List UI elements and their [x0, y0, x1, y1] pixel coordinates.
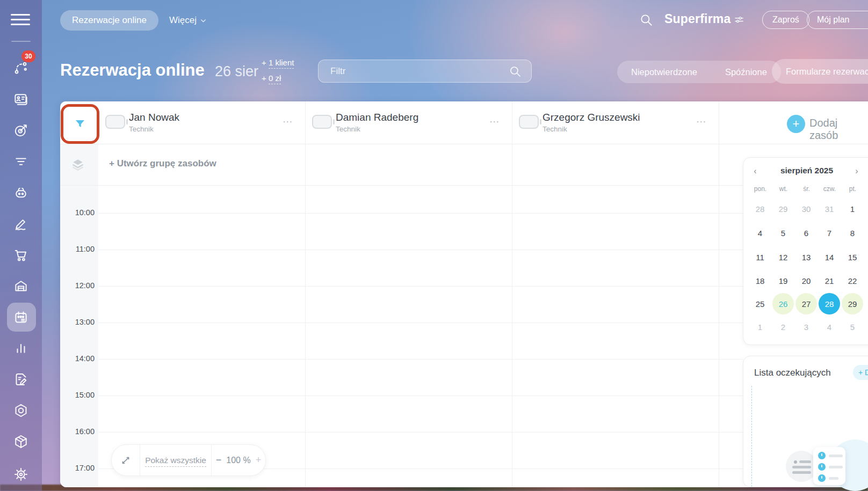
- expand-icon[interactable]: [112, 455, 140, 466]
- filter-unconfirmed-button[interactable]: Niepotwierdzone: [617, 67, 711, 77]
- sidebar-item-calendar[interactable]: [0, 303, 42, 331]
- calendar-day[interactable]: 1: [842, 198, 863, 219]
- menu-icon[interactable]: [11, 13, 31, 27]
- calendar-day[interactable]: 1: [749, 316, 771, 338]
- sidebar-item-contact-card[interactable]: [0, 85, 42, 113]
- header-row-border: [60, 144, 868, 144]
- clock-icon: [818, 474, 826, 482]
- more-menu-button[interactable]: Więcej: [169, 10, 207, 31]
- calendar-day[interactable]: 13: [795, 246, 817, 268]
- sidebar-item-funnel-levels[interactable]: [0, 148, 42, 175]
- cart-icon: [13, 247, 29, 263]
- calendar-day[interactable]: 8: [842, 222, 863, 244]
- sidebar-item-route[interactable]: 30: [0, 54, 42, 82]
- calendar-day[interactable]: 11: [749, 246, 771, 268]
- my-plan-button[interactable]: Mój plan: [807, 11, 868, 29]
- show-all-button[interactable]: Pokaż wszystkie: [140, 456, 211, 465]
- calendar-day[interactable]: 30: [795, 198, 817, 219]
- resource-filter-button[interactable]: [70, 114, 90, 134]
- calendar-day[interactable]: 29: [772, 198, 794, 219]
- money-delta[interactable]: + 0 zł: [262, 74, 281, 83]
- hour-label: 14:00: [60, 354, 95, 363]
- column-divider: [719, 101, 719, 487]
- filter-funnel-icon: [74, 118, 86, 130]
- hour-label: 16:00: [60, 427, 95, 436]
- filter-input[interactable]: [330, 60, 508, 82]
- group-row-border: [60, 185, 743, 186]
- calendar-day[interactable]: 25: [749, 293, 771, 314]
- funnel-levels-icon: [13, 153, 29, 170]
- calendar-day[interactable]: 4: [819, 316, 840, 338]
- page-title: Rezerwacja online: [60, 61, 205, 80]
- filter-search-box: [318, 60, 532, 83]
- more-options-icon[interactable]: ⋯: [283, 115, 293, 128]
- zoom-out-button[interactable]: −: [216, 455, 222, 466]
- sidebar-item-hexagon[interactable]: [0, 397, 42, 424]
- calendar-day[interactable]: 18: [749, 270, 771, 291]
- sidebar-item-bot[interactable]: [0, 179, 42, 207]
- calendar-day[interactable]: 3: [795, 316, 817, 338]
- calendar-day[interactable]: 31: [819, 198, 840, 219]
- empty-list-icon: [786, 451, 817, 482]
- notification-badge: 30: [21, 50, 35, 62]
- waitlist-add-button[interactable]: + D: [853, 365, 868, 380]
- hour-label: 10:00: [60, 208, 95, 217]
- bot-icon: [13, 185, 29, 201]
- filter-late-button[interactable]: Spóźnione: [711, 67, 781, 77]
- resource-role: Technik: [542, 125, 567, 133]
- hour-gridline: [98, 359, 743, 360]
- sidebar-item-signature[interactable]: [0, 210, 42, 238]
- calendar-day[interactable]: 5: [842, 316, 863, 338]
- calendar-day[interactable]: 14: [819, 246, 840, 268]
- signature-icon: [13, 216, 29, 232]
- calendar-next-icon[interactable]: ›: [851, 165, 863, 177]
- sidebar-item-cart[interactable]: [0, 241, 42, 269]
- layers-icon: [70, 157, 85, 172]
- resource-column-header[interactable]: Damian RadebergTechnik⋯: [305, 101, 512, 144]
- calendar-day[interactable]: 19: [772, 270, 794, 291]
- timeline-controls: Pokaż wszystkie − 100 % +: [111, 444, 266, 476]
- sidebar-item-stats[interactable]: [0, 334, 42, 362]
- resource-avatar: [519, 115, 539, 129]
- filter-booking-forms-button[interactable]: Formularze rezerwacji: [772, 59, 868, 84]
- calendar-day[interactable]: 28: [749, 198, 771, 219]
- calendar-day[interactable]: 7: [819, 222, 840, 244]
- calendar-day[interactable]: 26: [772, 293, 794, 314]
- calendar-day-selected[interactable]: 28: [819, 293, 840, 314]
- invite-button[interactable]: Zaproś: [762, 11, 809, 29]
- stats-icon: [13, 340, 29, 356]
- hour-gridline: [98, 213, 743, 214]
- add-resource-button[interactable]: + Dodaj zasób: [719, 101, 868, 144]
- calendar-day[interactable]: 29: [842, 293, 863, 314]
- search-icon[interactable]: [639, 13, 653, 27]
- calendar-day[interactable]: 6: [795, 222, 817, 244]
- sidebar-item-settings[interactable]: [0, 460, 42, 488]
- more-options-icon[interactable]: ⋯: [696, 115, 707, 128]
- sidebar-item-target[interactable]: [0, 116, 42, 144]
- magnifier-icon[interactable]: [509, 65, 522, 78]
- sidebar-item-form-edit[interactable]: [0, 365, 42, 393]
- clock-icon: [818, 452, 826, 459]
- more-options-icon[interactable]: ⋯: [489, 115, 500, 128]
- create-resource-group-button[interactable]: + Utwórz grupę zasobów: [109, 158, 216, 169]
- resource-column-header[interactable]: Jan NowakTechnik⋯: [98, 101, 305, 144]
- calendar-day[interactable]: 4: [749, 222, 771, 244]
- calendar-day[interactable]: 27: [795, 293, 817, 314]
- sidebar-item-package[interactable]: [0, 428, 42, 456]
- calendar-day[interactable]: 5: [772, 222, 794, 244]
- calendar-day[interactable]: 15: [842, 246, 863, 268]
- company-name[interactable]: Superfirma: [664, 12, 730, 26]
- current-date[interactable]: 26 sier: [215, 63, 258, 80]
- calendar-day[interactable]: 22: [842, 270, 863, 291]
- clients-delta[interactable]: + 1 klient: [262, 58, 294, 67]
- waitlist-title: Lista oczekujących: [754, 368, 831, 378]
- company-settings-icon[interactable]: [734, 14, 744, 25]
- resource-column-header[interactable]: Grzegorz GruszewskiTechnik⋯: [512, 101, 719, 144]
- calendar-day[interactable]: 12: [772, 246, 794, 268]
- calendar-day[interactable]: 21: [819, 270, 840, 291]
- sidebar-item-warehouse[interactable]: [0, 272, 42, 300]
- calendar-day[interactable]: 20: [795, 270, 817, 291]
- tab-online-reservations[interactable]: Rezerwacje online: [60, 10, 158, 31]
- zoom-in-button[interactable]: +: [256, 455, 262, 466]
- calendar-day[interactable]: 2: [772, 316, 794, 338]
